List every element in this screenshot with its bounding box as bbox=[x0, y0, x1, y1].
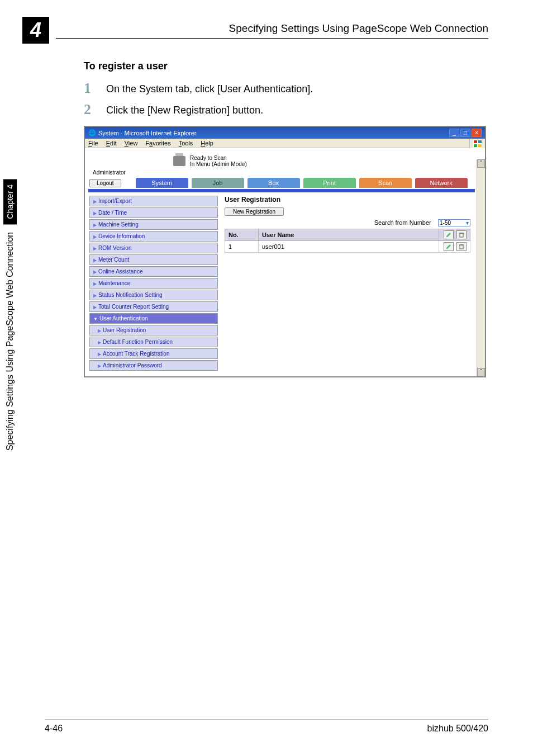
user-table: No. User Name 1 user001 bbox=[225, 229, 470, 253]
side-status-notify[interactable]: ▶Status Notification Setting bbox=[89, 290, 218, 300]
cell-no: 1 bbox=[225, 241, 259, 253]
svg-rect-2 bbox=[478, 140, 482, 143]
chapter-number-box: 4 bbox=[22, 17, 49, 44]
range-select[interactable]: 1-50 ▾ bbox=[438, 219, 470, 226]
document-page: Chapter 4 Specifying Settings Using Page… bbox=[0, 0, 533, 756]
running-head: Specifying Settings Using PageScope Web … bbox=[56, 17, 488, 39]
menu-favorites[interactable]: Favorites bbox=[145, 140, 170, 147]
search-row: Search from Number 1-50 ▾ bbox=[225, 219, 470, 226]
tab-box[interactable]: Box bbox=[248, 178, 300, 188]
top-nav-row: Logout System Job Box Print Scan Network bbox=[89, 178, 474, 188]
tab-network[interactable]: Network bbox=[415, 178, 468, 188]
svg-rect-5 bbox=[460, 233, 463, 237]
window-title: System - Microsoft Internet Explorer bbox=[98, 130, 196, 136]
delete-icon[interactable] bbox=[456, 242, 467, 251]
window-titlebar[interactable]: 🌐 System - Microsoft Internet Explorer _… bbox=[85, 127, 485, 139]
svg-rect-3 bbox=[474, 144, 477, 147]
maximize-button[interactable]: □ bbox=[460, 129, 470, 137]
side-machine-setting[interactable]: ▶Machine Setting bbox=[89, 219, 218, 230]
status-ready: Ready to Scan bbox=[190, 155, 247, 161]
cell-actions bbox=[439, 241, 470, 253]
product-name: bizhub 500/420 bbox=[427, 724, 488, 734]
side-date-time[interactable]: ▶Date / Time bbox=[89, 207, 218, 218]
tab-scan[interactable]: Scan bbox=[359, 178, 412, 188]
minimize-button[interactable]: _ bbox=[449, 129, 459, 137]
scroll-up-button[interactable]: ˄ bbox=[477, 159, 485, 168]
side-default-func-perm[interactable]: ▶Default Function Permission bbox=[89, 337, 218, 347]
search-label: Search from Number bbox=[374, 219, 431, 226]
chevron-down-icon: ▾ bbox=[466, 220, 469, 226]
scroll-down-button[interactable]: ˅ bbox=[477, 368, 485, 376]
printer-icon bbox=[173, 156, 185, 166]
side-admin-password[interactable]: ▶Administrator Password bbox=[89, 360, 218, 371]
new-registration-button[interactable]: New Registration bbox=[225, 207, 284, 216]
step-number: 2 bbox=[84, 101, 106, 118]
ie-logo-icon bbox=[469, 139, 485, 149]
side-chapter-tab: Chapter 4 Specifying Settings Using Page… bbox=[0, 179, 20, 537]
side-user-auth[interactable]: ▼User Authentication bbox=[89, 313, 218, 324]
edit-icon[interactable] bbox=[444, 242, 454, 251]
range-value: 1-50 bbox=[440, 220, 451, 226]
side-import-export[interactable]: ▶Import/Export bbox=[89, 196, 218, 206]
page-number: 4-46 bbox=[45, 724, 63, 734]
edit-icon[interactable] bbox=[444, 230, 454, 239]
side-user-registration[interactable]: ▶User Registration bbox=[89, 325, 218, 336]
tab-print[interactable]: Print bbox=[303, 178, 356, 188]
table-row[interactable]: 1 user001 bbox=[225, 241, 470, 253]
status-mode: In Menu (Admin Mode) bbox=[190, 161, 247, 167]
menubar-row: File Edit View Favorites Tools Help bbox=[85, 139, 485, 148]
menu-file[interactable]: File bbox=[88, 140, 98, 147]
menu-edit[interactable]: Edit bbox=[106, 140, 117, 147]
side-device-info[interactable]: ▶Device Information bbox=[89, 231, 218, 242]
embedded-screenshot: 🌐 System - Microsoft Internet Explorer _… bbox=[84, 126, 486, 377]
side-maintenance[interactable]: ▶Maintenance bbox=[89, 278, 218, 289]
menu-tools[interactable]: Tools bbox=[179, 140, 193, 147]
browser-viewport: Ready to Scan In Menu (Admin Mode) Admin… bbox=[85, 148, 485, 376]
side-rom-version[interactable]: ▶ROM Version bbox=[89, 243, 218, 253]
step-text: Click the [New Registration] button. bbox=[106, 101, 263, 116]
menu-view[interactable]: View bbox=[125, 140, 138, 147]
side-menu: ▶Import/Export ▶Date / Time ▶Machine Set… bbox=[89, 196, 218, 372]
step-1: 1 On the System tab, click [User Authent… bbox=[84, 80, 488, 97]
close-button[interactable]: × bbox=[472, 129, 482, 137]
tab-job[interactable]: Job bbox=[192, 178, 244, 188]
panel-title: User Registration bbox=[225, 196, 470, 204]
section-heading: To register a user bbox=[84, 60, 488, 72]
nav-separator bbox=[88, 189, 475, 192]
step-text: On the System tab, click [User Authentic… bbox=[106, 80, 313, 95]
side-online-assist[interactable]: ▶Online Assistance bbox=[89, 266, 218, 277]
svg-rect-7 bbox=[460, 245, 463, 249]
ie-page-icon: 🌐 bbox=[88, 129, 96, 136]
menu-bar[interactable]: File Edit View Favorites Tools Help bbox=[85, 139, 485, 148]
chapter-title: Specifying Settings Using PageScope Web … bbox=[3, 226, 17, 456]
col-actions bbox=[439, 229, 470, 241]
delete-icon[interactable] bbox=[456, 230, 467, 239]
side-account-track[interactable]: ▶Account Track Registration bbox=[89, 348, 218, 359]
menu-help[interactable]: Help bbox=[201, 140, 213, 147]
role-label: Administrator bbox=[93, 169, 474, 176]
vertical-scrollbar[interactable]: ˄ ˅ bbox=[477, 159, 485, 376]
col-user-name: User Name bbox=[259, 229, 439, 241]
page-footer: 4-46 bizhub 500/420 bbox=[45, 720, 488, 734]
step-2: 2 Click the [New Registration] button. bbox=[84, 101, 488, 118]
device-status: Ready to Scan In Menu (Admin Mode) bbox=[173, 155, 474, 167]
page-header: 4 Specifying Settings Using PageScope We… bbox=[22, 17, 488, 44]
cell-user-name: user001 bbox=[259, 241, 439, 253]
tab-system[interactable]: System bbox=[136, 178, 188, 188]
svg-rect-1 bbox=[474, 140, 477, 143]
side-counter-report[interactable]: ▶Total Counter Report Setting bbox=[89, 301, 218, 312]
col-no: No. bbox=[225, 229, 259, 241]
logout-button[interactable]: Logout bbox=[89, 179, 121, 187]
side-meter-count[interactable]: ▶Meter Count bbox=[89, 254, 218, 265]
svg-rect-4 bbox=[478, 144, 482, 147]
chapter-label: Chapter 4 bbox=[3, 179, 17, 224]
main-content: User Registration New Registration Searc… bbox=[221, 196, 474, 372]
step-number: 1 bbox=[84, 80, 106, 97]
